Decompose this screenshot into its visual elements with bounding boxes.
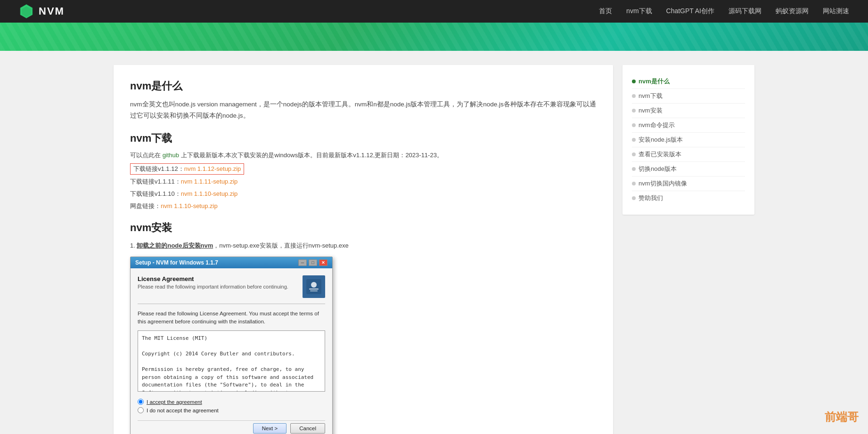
install-step-underline: 卸载之前的node后安装nvm <box>137 242 213 249</box>
sidebar-bullet-5 <box>632 153 636 156</box>
nav-home[interactable]: 首页 <box>599 7 612 16</box>
dialog-body: License Agreement Please read the follow… <box>131 268 332 434</box>
sidebar-bullet-7 <box>632 182 636 185</box>
dialog-header-text: License Agreement Please read the follow… <box>138 275 288 289</box>
sidebar-item-4[interactable]: 安装node.js版本 <box>632 133 745 147</box>
nav-mayi[interactable]: 蚂蚁资源网 <box>776 7 809 16</box>
site-header: NVM 首页 nvm下载 ChatGPT AI创作 源码下载网 蚂蚁资源网 网站… <box>0 0 868 23</box>
sidebar-item-3[interactable]: nvm命令提示 <box>632 118 745 133</box>
download-intro: 可以点此在 github 上下载最新版本,本次下载安装的是windows版本。目… <box>130 151 597 160</box>
section1-title: nvm是什么 <box>130 79 597 93</box>
dialog-close-button[interactable]: ✕ <box>319 259 328 266</box>
dialog-titlebar: Setup - NVM for Windows 1.1.7 ─ □ ✕ <box>131 257 332 268</box>
download-link-4: 网盘链接：nvm 1.1.10-setup.zip <box>130 201 597 211</box>
nav-source[interactable]: 源码下载网 <box>729 7 762 16</box>
radio-accept-label: I accept the agreement <box>147 399 202 405</box>
watermark: 前端哥 <box>825 410 859 425</box>
setup-dialog-wrapper: Setup - NVM for Windows 1.1.7 ─ □ ✕ Lice… <box>130 257 597 434</box>
sidebar-label-3: nvm命令提示 <box>639 121 675 129</box>
sidebar-label-2: nvm安装 <box>639 106 663 115</box>
sidebar-item-0[interactable]: nvm是什么 <box>632 74 745 89</box>
sidebar-item-1[interactable]: nvm下载 <box>632 89 745 104</box>
download-link-1: 下载链接v1.1.12：nvm 1.1.12-setup.zip <box>130 163 244 175</box>
dialog-header-section: License Agreement Please read the follow… <box>138 275 325 298</box>
sidebar-item-7[interactable]: nvm切换国内镜像 <box>632 177 745 191</box>
dialog-instruction: Please read the following License Agreem… <box>138 310 325 326</box>
sidebar-item-2[interactable]: nvm安装 <box>632 104 745 118</box>
sidebar-bullet-6 <box>632 167 636 171</box>
download-link-2: 下载链接v1.1.11：nvm 1.1.11-setup.zip <box>130 177 597 187</box>
dialog-icon <box>303 275 325 298</box>
hero-banner <box>0 23 868 51</box>
nav-download[interactable]: nvm下载 <box>626 7 652 16</box>
radio-decline-input[interactable] <box>138 407 144 413</box>
logo-text: NVM <box>39 5 65 17</box>
dialog-header-subtitle: Please read the following important info… <box>138 284 288 289</box>
sidebar-bullet-0 <box>632 80 636 83</box>
nav-speed[interactable]: 网站测速 <box>823 7 849 16</box>
dialog-divider <box>138 304 325 304</box>
download-link-3-url[interactable]: nvm 1.1.10-setup.zip <box>181 190 238 197</box>
svg-point-3 <box>311 282 317 288</box>
radio-group: I accept the agreement I do not accept t… <box>138 399 325 413</box>
sidebar-item-6[interactable]: 切换node版本 <box>632 162 745 177</box>
sidebar-label-4: 安装node.js版本 <box>639 136 683 144</box>
sidebar-bullet-3 <box>632 123 636 127</box>
install-step: 1. 卸载之前的node后安装nvm，nvm-setup.exe安装版，直接运行… <box>130 241 597 251</box>
sidebar-item-8[interactable]: 赞助我们 <box>632 191 745 205</box>
install-section: nvm安装 1. 卸载之前的node后安装nvm，nvm-setup.exe安装… <box>130 221 597 434</box>
setup-icon <box>305 278 322 295</box>
dialog-header-title: License Agreement <box>138 275 288 282</box>
download-link-2-url[interactable]: nvm 1.1.11-setup.zip <box>181 178 238 185</box>
dialog-controls: ─ □ ✕ <box>298 259 328 266</box>
page-body: nvm是什么 nvm全英文也叫node.js version managemen… <box>104 65 764 434</box>
cancel-button[interactable]: Cancel <box>290 423 325 434</box>
sidebar-label-0: nvm是什么 <box>639 77 670 86</box>
sidebar-item-5[interactable]: 查看已安装版本 <box>632 147 745 162</box>
main-content: nvm是什么 nvm全英文也叫node.js version managemen… <box>114 65 613 434</box>
radio-accept[interactable]: I accept the agreement <box>138 399 325 405</box>
next-button[interactable]: Next > <box>253 423 287 434</box>
section2-title: nvm下载 <box>130 131 597 145</box>
logo-icon <box>19 4 34 19</box>
license-textbox[interactable]: The MIT License (MIT) Copyright (c) 2014… <box>138 330 325 392</box>
sidebar-bullet-4 <box>632 138 636 142</box>
dialog-title: Setup - NVM for Windows 1.1.7 <box>135 259 218 266</box>
svg-rect-5 <box>310 290 318 291</box>
section1-text: nvm全英文也叫node.js version management，是一个no… <box>130 99 597 122</box>
main-nav: 首页 nvm下载 ChatGPT AI创作 源码下载网 蚂蚁资源网 网站测速 <box>599 7 849 16</box>
sidebar-label-6: 切换node版本 <box>639 165 677 173</box>
sidebar: nvm是什么 nvm下载 nvm安装 nvm命令提示 安装node.js版本 查… <box>622 65 754 215</box>
radio-decline-label: I do not accept the agreement <box>147 408 219 413</box>
sidebar-label-7: nvm切换国内镜像 <box>639 179 687 188</box>
radio-decline[interactable]: I do not accept the agreement <box>138 407 325 413</box>
dialog-minimize-button[interactable]: ─ <box>298 259 307 266</box>
sidebar-label-8: 赞助我们 <box>639 194 663 202</box>
sidebar-bullet-1 <box>632 94 636 98</box>
svg-rect-4 <box>309 289 319 289</box>
nav-chatgpt[interactable]: ChatGPT AI创作 <box>666 7 714 16</box>
sidebar-label-1: nvm下载 <box>639 92 663 100</box>
sidebar-bullet-2 <box>632 109 636 113</box>
dialog-footer: Next > Cancel <box>138 420 325 434</box>
radio-accept-input[interactable] <box>138 399 144 405</box>
download-link-3: 下载链接v1.1.10：nvm 1.1.10-setup.zip <box>130 189 597 199</box>
section3-title: nvm安装 <box>130 221 597 235</box>
dialog-maximize-button[interactable]: □ <box>309 259 317 266</box>
setup-dialog: Setup - NVM for Windows 1.1.7 ─ □ ✕ Lice… <box>130 257 333 434</box>
logo[interactable]: NVM <box>19 4 65 19</box>
download-link-1-url[interactable]: nvm 1.1.12-setup.zip <box>184 165 241 172</box>
sidebar-bullet-8 <box>632 196 636 200</box>
download-section: nvm下载 可以点此在 github 上下载最新版本,本次下载安装的是windo… <box>130 131 597 211</box>
github-link[interactable]: github <box>163 152 179 159</box>
download-link-4-url[interactable]: nvm 1.1.10-setup.zip <box>161 202 218 209</box>
license-textbox-wrapper: The MIT License (MIT) Copyright (c) 2014… <box>138 330 325 393</box>
sidebar-label-5: 查看已安装版本 <box>639 150 681 159</box>
